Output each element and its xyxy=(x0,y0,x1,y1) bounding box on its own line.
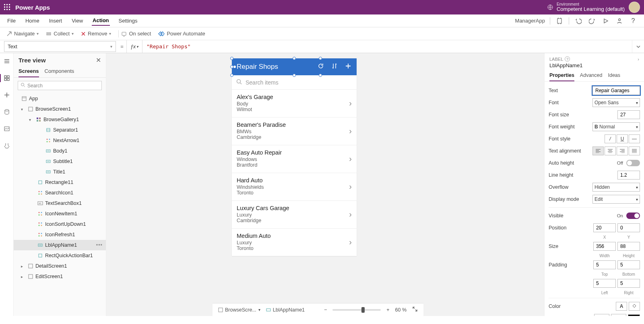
autoheight-toggle[interactable] xyxy=(626,160,640,166)
rail-hamburger-icon[interactable] xyxy=(3,57,11,65)
rail-data-icon[interactable] xyxy=(3,108,11,116)
tree-node-separator[interactable]: Separator1 xyxy=(14,125,106,135)
prop-tab-ideas[interactable]: Ideas xyxy=(608,71,620,81)
preview-header-bar[interactable]: Repair Shops xyxy=(232,58,357,75)
environment-picker[interactable]: Environment Competent Learning (default) xyxy=(547,2,625,12)
tree-node-title[interactable]: Title1 xyxy=(14,167,106,177)
onselect-button[interactable]: On select xyxy=(121,31,151,37)
tree-node-browsescreen[interactable]: ▾BrowseScreen1 xyxy=(14,104,106,114)
prop-text-input[interactable] xyxy=(592,86,640,95)
canvas-area[interactable]: Repair Shops Search items Alex's GarageB… xyxy=(106,53,544,316)
share-icon[interactable] xyxy=(615,17,624,25)
help-icon[interactable]: ? xyxy=(629,17,638,25)
prop-lineheight-input[interactable] xyxy=(617,171,640,180)
align-center-button[interactable] xyxy=(605,147,616,155)
position-x-input[interactable] xyxy=(593,223,616,232)
strikethrough-button[interactable]: — xyxy=(629,134,640,143)
fill-color-button[interactable] xyxy=(629,302,640,311)
padding-top-input[interactable] xyxy=(593,260,616,269)
zoom-out-icon[interactable]: − xyxy=(324,307,327,313)
tree-node-iconnewitem[interactable]: IconNewItem1 xyxy=(14,208,106,219)
chevron-right-icon[interactable]: › xyxy=(349,182,352,191)
help-icon[interactable]: ? xyxy=(565,56,570,62)
list-item[interactable]: Hard AutoWindshieldsToronto› xyxy=(232,173,357,201)
list-item[interactable]: Luxury Cars GarageLuxuryCambridge› xyxy=(232,201,357,229)
tree-node-lblappname[interactable]: LblAppName1••• xyxy=(14,240,106,250)
padding-bottom-input[interactable] xyxy=(617,260,640,269)
tree-node-rectangle[interactable]: Rectangle11 xyxy=(14,177,106,188)
tree-tab-screens[interactable]: Screens xyxy=(19,66,39,77)
undo-icon[interactable] xyxy=(574,17,583,25)
user-avatar[interactable] xyxy=(629,2,640,13)
zoom-in-icon[interactable]: + xyxy=(386,307,389,313)
align-right-button[interactable] xyxy=(617,147,628,155)
prop-tab-advanced[interactable]: Advanced xyxy=(580,71,603,81)
fit-icon[interactable] xyxy=(412,306,418,313)
rail-plus-icon[interactable] xyxy=(3,91,11,99)
prop-displaymode-select[interactable]: Edit▾ xyxy=(592,195,640,204)
tree-node-detailscreen[interactable]: ▸DetailScreen1 xyxy=(14,261,106,271)
formula-input[interactable]: "Repair Shops" xyxy=(142,40,632,53)
tree-node-rectqab[interactable]: RectQuickActionBar1 xyxy=(14,250,106,261)
collect-button[interactable]: Collect ▾ xyxy=(46,31,74,37)
prop-fontweight-select[interactable]: B Normal▾ xyxy=(592,122,640,131)
menu-view[interactable]: View xyxy=(71,16,84,25)
preview-search-box[interactable]: Search items xyxy=(232,75,357,90)
menu-action[interactable]: Action xyxy=(92,16,109,26)
add-icon[interactable] xyxy=(345,62,352,72)
preview-label-appname[interactable]: Repair Shops xyxy=(237,63,278,71)
prop-font-select[interactable]: Open Sans▾ xyxy=(592,98,640,107)
border-color-swatch[interactable] xyxy=(628,314,640,316)
tree-node-nextarrow[interactable]: NextArrow1 xyxy=(14,135,106,146)
prop-tab-properties[interactable]: Properties xyxy=(549,71,574,81)
redo-icon[interactable] xyxy=(588,17,597,25)
menu-home[interactable]: Home xyxy=(25,16,40,25)
prop-fontsize-input[interactable] xyxy=(617,110,640,119)
chevron-right-icon[interactable]: › xyxy=(349,237,352,247)
padding-right-input[interactable] xyxy=(617,279,640,288)
menu-insert[interactable]: Insert xyxy=(48,16,63,25)
chevron-right-icon[interactable]: › xyxy=(349,126,352,136)
menu-file[interactable]: File xyxy=(6,16,17,25)
list-item[interactable]: Medium AutoLuxuryToronto› xyxy=(232,229,357,256)
position-y-input[interactable] xyxy=(617,223,640,232)
powerautomate-button[interactable]: Power Automate xyxy=(158,31,205,37)
menu-settings[interactable]: Settings xyxy=(118,16,138,25)
tree-tab-components[interactable]: Components xyxy=(45,66,74,77)
chevron-right-icon[interactable]: › xyxy=(349,210,352,219)
tree-node-textsearchbox[interactable]: abTextSearchBox1 xyxy=(14,198,106,208)
play-icon[interactable] xyxy=(601,17,610,25)
list-item[interactable]: Alex's GarageBodyWilmot› xyxy=(232,90,357,118)
sort-icon[interactable] xyxy=(331,62,338,72)
border-width-input[interactable] xyxy=(611,314,626,316)
tree-node-subtitle[interactable]: Subtitle1 xyxy=(14,156,106,167)
size-height-input[interactable] xyxy=(617,242,640,251)
remove-button[interactable]: Remove ▾ xyxy=(81,31,111,37)
tree-close-icon[interactable]: ✕ xyxy=(96,56,101,64)
align-justify-button[interactable] xyxy=(629,147,640,155)
list-item[interactable]: Easy Auto RepairWindowsBrantford› xyxy=(232,145,357,173)
property-selector[interactable]: Text ▾ xyxy=(4,41,116,52)
app-checker-icon[interactable] xyxy=(555,17,564,25)
rail-tools-icon[interactable] xyxy=(3,142,11,150)
tree-node-searchicon[interactable]: SearchIcon1 xyxy=(14,188,106,198)
tree-search-input[interactable]: Search xyxy=(18,81,102,90)
underline-button[interactable]: U xyxy=(617,134,628,143)
tree-node-editscreen[interactable]: ▸EditScreen1 xyxy=(14,271,106,282)
tree-node-iconsort[interactable]: IconSortUpDown1 xyxy=(14,219,106,229)
list-item[interactable]: Beamer's ParadiseBMWsCambridge› xyxy=(232,118,357,145)
rail-treeview-icon[interactable] xyxy=(3,74,11,82)
navigate-button[interactable]: Navigate ▾ xyxy=(6,31,39,37)
font-color-button[interactable]: A xyxy=(616,302,627,311)
padding-left-input[interactable] xyxy=(593,279,616,288)
chevron-right-icon[interactable]: › xyxy=(349,99,352,108)
more-icon[interactable]: ••• xyxy=(96,242,103,248)
formula-expand-icon[interactable] xyxy=(632,40,644,53)
italic-button[interactable]: / xyxy=(605,134,616,143)
chevron-right-icon[interactable]: › xyxy=(638,57,639,62)
visible-toggle[interactable] xyxy=(626,213,640,219)
waffle-icon[interactable] xyxy=(4,4,10,10)
tree-node-browsegallery[interactable]: ▾BrowseGallery1 xyxy=(14,114,106,125)
tree-node-iconrefresh[interactable]: IconRefresh1 xyxy=(14,229,106,240)
fx-button[interactable]: ƒx ▾ xyxy=(126,40,142,53)
